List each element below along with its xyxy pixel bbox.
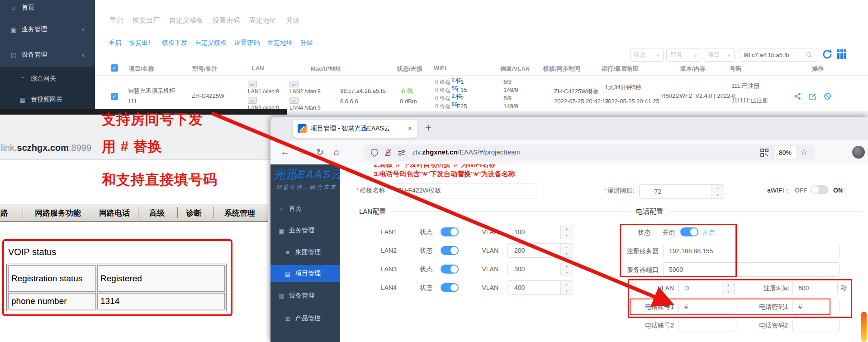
sidebar-item-gateway[interactable]: ≡ 综合网关 bbox=[0, 72, 95, 86]
tab-network[interactable]: 网路 bbox=[0, 208, 8, 218]
close-tab-icon[interactable]: × bbox=[408, 125, 412, 133]
registered-number: 111111:已注册 bbox=[731, 96, 768, 105]
phone-password1-label: 电话密码1 bbox=[754, 303, 788, 311]
status-filter-select[interactable]: 状态∨ bbox=[630, 48, 664, 62]
stepper-down-icon[interactable]: ▼ bbox=[565, 234, 568, 237]
disable-icon[interactable] bbox=[824, 92, 831, 100]
stepper-down-icon[interactable]: ▼ bbox=[565, 253, 568, 255]
lan-port-icon bbox=[248, 97, 257, 104]
edit-icon[interactable] bbox=[809, 92, 816, 100]
roaming-threshold-label: 漫游阈值: bbox=[607, 187, 634, 194]
url-bar[interactable]: ztv.zhgxnet.cn/EAAS/#/projectteam 80% ☆ bbox=[364, 145, 815, 161]
reload-icon[interactable]: ↻ bbox=[316, 147, 324, 158]
lan1-status-toggle[interactable] bbox=[441, 227, 459, 236]
search-icon[interactable] bbox=[806, 52, 813, 58]
stepper-arrows[interactable]: ▲▼ bbox=[560, 262, 573, 276]
browser-tab[interactable]: 项目管理 - 智慧光迅EAAS云 × bbox=[293, 120, 417, 138]
menu-item-home[interactable]: ⌂ 首页 bbox=[270, 201, 340, 217]
back-icon[interactable]: ← bbox=[280, 147, 289, 157]
stepper-down-icon[interactable]: ▼ bbox=[727, 290, 730, 293]
lan4-vlan-stepper[interactable]: 400 ▲▼ bbox=[508, 280, 573, 295]
phone-status-toggle[interactable] bbox=[680, 227, 698, 236]
stepper-up-icon[interactable]: ▲ bbox=[727, 284, 730, 286]
lock-disabled-icon[interactable] bbox=[384, 149, 392, 157]
stepper-arrows[interactable]: ▲▼ bbox=[722, 281, 734, 295]
lan2-vlan-stepper[interactable]: 200 ▲▼ bbox=[508, 243, 573, 258]
stepper-arrows[interactable]: ▲▼ bbox=[560, 244, 573, 257]
template-name-input[interactable] bbox=[392, 183, 537, 198]
select-all-checkbox[interactable]: ✓ bbox=[111, 64, 118, 72]
row-checkbox[interactable]: ✓ bbox=[111, 93, 118, 100]
reboot-button[interactable]: 重启 bbox=[109, 39, 121, 47]
sidebar-item-home[interactable]: ⌂ 首页 bbox=[0, 1, 95, 14]
project-filter-select[interactable]: 项目∨ bbox=[704, 48, 735, 62]
stepper-up-icon[interactable]: ▲ bbox=[565, 283, 568, 286]
tab-network-phone[interactable]: 网路电话 bbox=[99, 208, 130, 218]
lan2-status-toggle[interactable] bbox=[441, 246, 459, 255]
grid-view-icon[interactable] bbox=[837, 49, 847, 59]
sidebar-item-av-gateway[interactable]: ▦ 音视频网关 bbox=[0, 93, 95, 106]
menu-item-project[interactable]: ▤ 项目管理 bbox=[270, 265, 340, 282]
avatar[interactable] bbox=[852, 146, 865, 159]
stepper-up-icon[interactable]: ▲ bbox=[565, 265, 568, 267]
awifi-toggle[interactable] bbox=[811, 185, 829, 194]
model-filter-select[interactable]: 型号∨ bbox=[666, 48, 701, 62]
template-form: 2.面板"#"下发时自动替换"#"为WiFi名称 3.电话号码包含"#"下发自动… bbox=[340, 164, 868, 342]
phone-password1-input[interactable] bbox=[792, 300, 840, 313]
permissions-toggle-icon[interactable] bbox=[398, 149, 406, 156]
server-port-input[interactable] bbox=[663, 262, 840, 277]
factory-reset-button[interactable]: 恢复出厂 bbox=[129, 39, 154, 47]
url-text[interactable]: ztv.zhgxnet.cn/EAAS/#/projectteam bbox=[412, 148, 521, 156]
fixed-address-button[interactable]: 固定地址 bbox=[267, 39, 293, 47]
lan3-status-toggle[interactable] bbox=[441, 265, 459, 274]
phone-account1-input[interactable] bbox=[678, 300, 736, 313]
tab-network-services[interactable]: 网路服务功能 bbox=[35, 208, 81, 218]
shield-icon[interactable] bbox=[370, 149, 379, 157]
menu-item-group[interactable]: ≡ 集团管理 bbox=[270, 244, 340, 260]
refresh-icon[interactable] bbox=[821, 48, 833, 60]
bookmark-star-icon[interactable]: ☆ bbox=[800, 147, 808, 157]
set-password-button[interactable]: 设置密码 bbox=[234, 39, 260, 47]
new-tab-button[interactable]: + bbox=[425, 121, 432, 134]
stepper-up-icon[interactable]: ▲ bbox=[565, 227, 568, 230]
phone-vlan-stepper[interactable]: 0 ▲▼ bbox=[678, 281, 735, 295]
qr-code-icon[interactable] bbox=[760, 149, 768, 157]
forward-icon[interactable]: → bbox=[298, 147, 307, 157]
stepper-arrows[interactable]: ▲▼ bbox=[711, 185, 724, 198]
lan3-vlan-stepper[interactable]: 300 ▲▼ bbox=[508, 262, 573, 276]
lan4-status-toggle[interactable] bbox=[441, 283, 459, 292]
sidebar-item-device[interactable]: ▤ 设备管理 ∧ bbox=[0, 48, 95, 62]
tab-system[interactable]: 系统管理 bbox=[224, 208, 255, 218]
menu-item-business[interactable]: ▣ 业务管理 bbox=[270, 222, 340, 239]
menu-item-device[interactable]: ▥ 设备管理 bbox=[270, 288, 340, 304]
stepper-arrows[interactable]: ▲▼ bbox=[560, 225, 573, 239]
stepper-down-icon[interactable]: ▼ bbox=[565, 290, 568, 293]
share-icon[interactable] bbox=[794, 92, 802, 100]
phone-on-label: 开启 bbox=[702, 229, 715, 237]
tab-advanced[interactable]: 高级 bbox=[149, 208, 165, 218]
phone-password2-input[interactable] bbox=[792, 318, 840, 332]
address-bar[interactable]: link.sczhgx.com:8999 bbox=[1, 143, 91, 153]
stepper-arrows[interactable]: ▲▼ bbox=[560, 281, 573, 294]
template-push-button[interactable]: 模板下发 bbox=[162, 39, 187, 47]
menu-label: 首页 bbox=[289, 205, 302, 213]
home-icon[interactable]: ⌂ bbox=[334, 147, 339, 157]
roaming-threshold-stepper[interactable]: -72 ▲▼ bbox=[639, 184, 724, 199]
lan1-vlan-stepper[interactable]: 100 ▲▼ bbox=[508, 225, 573, 239]
stepper-up-icon[interactable]: ▲ bbox=[565, 246, 568, 249]
menu-item-product[interactable]: ⊞ 产品管控 bbox=[270, 310, 340, 327]
project-name: 智慧光迅演示机柜 bbox=[128, 87, 175, 95]
phone-account2-input[interactable] bbox=[678, 318, 736, 332]
zoom-level-button[interactable]: 80% bbox=[775, 146, 796, 159]
register-server-input[interactable] bbox=[663, 244, 840, 258]
window-titlebar[interactable] bbox=[0, 109, 287, 115]
register-time-input[interactable] bbox=[792, 281, 838, 295]
voip-status-table: Registration status Registered phone num… bbox=[6, 264, 227, 311]
stepper-down-icon[interactable]: ▼ bbox=[565, 271, 568, 274]
upgrade-button[interactable]: 升级 bbox=[300, 39, 313, 47]
stepper-down-icon[interactable]: ▼ bbox=[716, 194, 719, 197]
tab-diagnostics[interactable]: 诊断 bbox=[186, 208, 202, 218]
custom-template-button[interactable]: 自定义模板 bbox=[195, 39, 227, 47]
stepper-up-icon[interactable]: ▲ bbox=[716, 187, 719, 190]
sidebar-item-business[interactable]: ▣ 业务管理 ∨ bbox=[0, 23, 95, 36]
